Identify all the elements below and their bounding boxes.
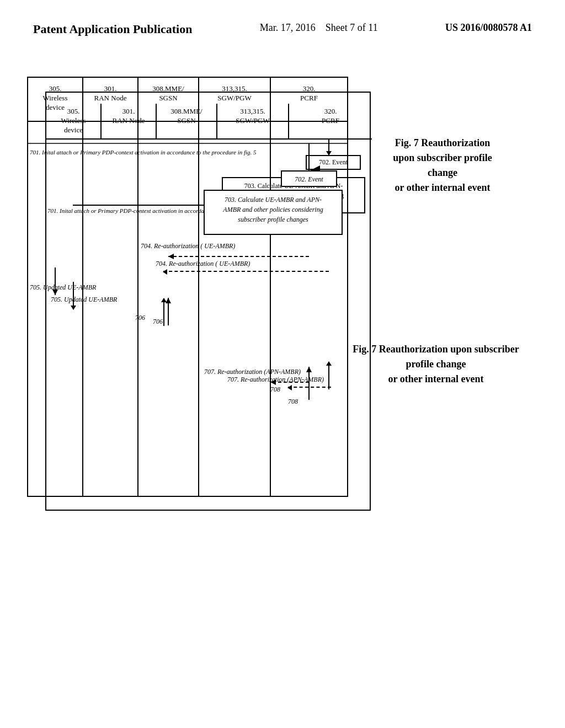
svg-text:702. Event: 702. Event — [295, 175, 323, 183]
svg-text:Wireless: Wireless — [43, 94, 68, 102]
svg-text:301.: 301. — [104, 84, 117, 93]
publication-number: US 2016/0080578 A1 — [445, 22, 532, 34]
svg-marker-37 — [270, 379, 276, 385]
svg-text:PCRF: PCRF — [300, 94, 318, 102]
svg-marker-28 — [168, 254, 174, 259]
svg-text:308.MME/: 308.MME/ — [152, 84, 184, 93]
figure-caption-bottom: Fig. 7 Reauthorization upon subscriber p… — [342, 342, 530, 387]
svg-text:SGSN: SGSN — [159, 94, 178, 102]
svg-text:AMBR and other policies consid: AMBR and other policies considering — [222, 206, 323, 213]
svg-text:701. Inital attach or Primary : 701. Inital attach or Primary PDP-contex… — [30, 149, 257, 156]
svg-marker-40 — [306, 367, 312, 372]
publication-date-sheet: Mar. 17, 2016 Sheet 7 of 11 — [260, 22, 378, 34]
svg-text:subscriber profile changes: subscriber profile changes — [238, 216, 308, 223]
page-header: Patent Application Publication Mar. 17, … — [0, 0, 565, 47]
publication-title: Patent Application Publication — [33, 22, 192, 36]
svg-text:703. Calculate UE-AMBR and APN: 703. Calculate UE-AMBR and APN- — [225, 196, 322, 204]
main-svg-diagram: 305. Wireless device 301. RAN Node 308.M… — [22, 72, 519, 568]
svg-text:device: device — [46, 103, 65, 111]
svg-text:313,315.: 313,315. — [222, 84, 247, 93]
svg-text:305.: 305. — [49, 84, 62, 93]
svg-marker-34 — [166, 298, 171, 303]
svg-text:SGW/PGW: SGW/PGW — [217, 94, 252, 102]
svg-text:706: 706 — [135, 314, 145, 322]
svg-text:RAN Node: RAN Node — [94, 94, 127, 102]
svg-text:705. Updated UE-AMBR: 705. Updated UE-AMBR — [30, 283, 97, 291]
svg-text:320.: 320. — [303, 84, 316, 93]
svg-text:708: 708 — [270, 386, 280, 393]
svg-text:707. Re-authorization (APN-AMB: 707. Re-authorization (APN-AMBR) — [204, 368, 301, 376]
svg-text:704. Re-authorization ( UE-AMB: 704. Re-authorization ( UE-AMBR) — [141, 242, 235, 250]
